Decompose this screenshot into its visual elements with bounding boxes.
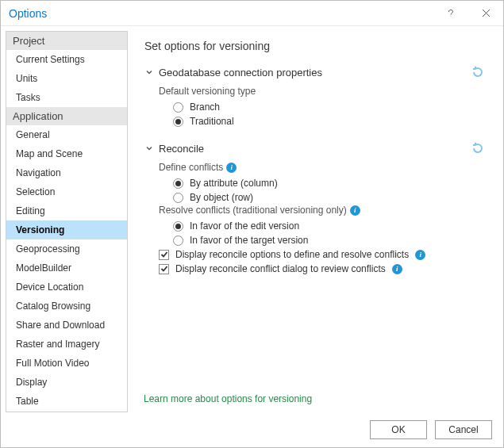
section-header-reconcile[interactable]: Reconcile bbox=[144, 140, 490, 157]
checkbox-display-dialog[interactable]: Display reconcile conflict dialog to rev… bbox=[159, 262, 490, 276]
chevron-down-icon bbox=[144, 144, 154, 153]
dialog-body: ProjectCurrent SettingsUnitsTasksApplica… bbox=[1, 26, 503, 412]
radio-icon bbox=[173, 235, 183, 246]
sidebar-item-current-settings[interactable]: Current Settings bbox=[6, 50, 127, 69]
radio-label: By attribute (column) bbox=[190, 178, 278, 189]
checkbox-icon bbox=[159, 250, 169, 260]
ok-button[interactable]: OK bbox=[370, 420, 427, 439]
checkbox-display-options[interactable]: Display reconcile options to define and … bbox=[159, 247, 490, 262]
define-conflicts-label: Define conflicts i bbox=[159, 162, 490, 173]
content-scroll: Set options for versioning Geodatabase c… bbox=[144, 36, 491, 382]
section-title: Geodatabase connection properties bbox=[159, 67, 469, 78]
sidebar-item-table[interactable]: Table bbox=[6, 392, 127, 411]
sidebar-group-header[interactable]: Application bbox=[6, 107, 127, 125]
learn-more-link[interactable]: Learn more about options for versioning bbox=[144, 393, 491, 404]
sidebar-item-tasks[interactable]: Tasks bbox=[6, 88, 127, 107]
radio-traditional[interactable]: Traditional bbox=[173, 114, 490, 128]
sidebar-item-catalog-browsing[interactable]: Catalog Browsing bbox=[6, 297, 127, 316]
sidebar-group-header[interactable]: Project bbox=[6, 32, 127, 50]
radio-icon bbox=[173, 221, 183, 232]
section-title: Reconcile bbox=[159, 143, 469, 155]
radio-favor-edit[interactable]: In favor of the edit version bbox=[173, 219, 490, 233]
page-title: Set options for versioning bbox=[144, 40, 490, 52]
radio-icon bbox=[173, 102, 183, 113]
label-text: Define conflicts bbox=[159, 162, 223, 173]
help-button[interactable] bbox=[433, 1, 468, 26]
info-icon[interactable]: i bbox=[226, 163, 237, 173]
options-dialog: Options ProjectCurrent SettingsUnitsTask… bbox=[0, 0, 504, 448]
default-versioning-type-label: Default versioning type bbox=[159, 86, 490, 97]
checkbox-icon bbox=[159, 264, 169, 274]
radio-label: Branch bbox=[190, 101, 220, 113]
window-title: Options bbox=[9, 7, 433, 20]
section-geodatabase: Geodatabase connection properties Defaul… bbox=[144, 63, 490, 128]
radio-icon bbox=[173, 178, 183, 189]
cancel-button[interactable]: Cancel bbox=[435, 420, 492, 439]
radio-by-attribute[interactable]: By attribute (column) bbox=[173, 176, 490, 190]
sidebar-item-general[interactable]: General bbox=[6, 125, 127, 144]
dialog-footer: OK Cancel bbox=[1, 412, 503, 447]
sidebar-item-geoprocessing[interactable]: Geoprocessing bbox=[6, 239, 127, 258]
reset-reconcile-button[interactable] bbox=[469, 140, 487, 157]
sidebar-item-navigation[interactable]: Navigation bbox=[6, 163, 127, 182]
sidebar-item-units[interactable]: Units bbox=[6, 69, 127, 88]
info-icon[interactable]: i bbox=[392, 264, 402, 274]
radio-label: Traditional bbox=[190, 116, 234, 127]
info-icon[interactable]: i bbox=[350, 205, 360, 216]
sidebar-item-device-location[interactable]: Device Location bbox=[6, 278, 127, 297]
checkbox-label: Display reconcile options to define and … bbox=[175, 249, 409, 260]
radio-favor-target[interactable]: In favor of the target version bbox=[173, 233, 490, 247]
sidebar-item-versioning[interactable]: Versioning bbox=[6, 220, 127, 239]
radio-label: By object (row) bbox=[190, 192, 253, 203]
sidebar-item-display[interactable]: Display bbox=[6, 373, 127, 392]
section-header-geodatabase[interactable]: Geodatabase connection properties bbox=[144, 63, 490, 81]
chevron-down-icon bbox=[144, 67, 154, 77]
titlebar: Options bbox=[1, 1, 503, 26]
close-button[interactable] bbox=[468, 1, 503, 26]
reset-geodatabase-button[interactable] bbox=[469, 63, 487, 81]
radio-branch[interactable]: Branch bbox=[173, 100, 490, 114]
sidebar-item-share-and-download[interactable]: Share and Download bbox=[6, 316, 127, 335]
sidebar-item-layout[interactable]: Layout bbox=[6, 411, 127, 412]
section-reconcile: Reconcile Define conflicts i By attribut… bbox=[144, 140, 490, 276]
radio-icon bbox=[173, 193, 183, 203]
radio-icon bbox=[173, 117, 183, 127]
sidebar-item-selection[interactable]: Selection bbox=[6, 182, 127, 201]
content-pane: Set options for versioning Geodatabase c… bbox=[128, 31, 498, 412]
category-sidebar[interactable]: ProjectCurrent SettingsUnitsTasksApplica… bbox=[6, 31, 128, 412]
sidebar-item-full-motion-video[interactable]: Full Motion Video bbox=[6, 354, 127, 373]
radio-label: In favor of the target version bbox=[190, 235, 308, 246]
info-icon[interactable]: i bbox=[415, 250, 425, 260]
radio-by-object[interactable]: By object (row) bbox=[173, 190, 490, 205]
sidebar-item-raster-and-imagery[interactable]: Raster and Imagery bbox=[6, 335, 127, 354]
resolve-conflicts-label: Resolve conflicts (traditional versionin… bbox=[159, 205, 490, 216]
radio-label: In favor of the edit version bbox=[190, 220, 299, 232]
checkbox-label: Display reconcile conflict dialog to rev… bbox=[175, 263, 386, 274]
sidebar-item-modelbuilder[interactable]: ModelBuilder bbox=[6, 258, 127, 278]
sidebar-item-map-and-scene[interactable]: Map and Scene bbox=[6, 144, 127, 163]
label-text: Resolve conflicts (traditional versionin… bbox=[159, 205, 347, 216]
sidebar-item-editing[interactable]: Editing bbox=[6, 201, 127, 220]
